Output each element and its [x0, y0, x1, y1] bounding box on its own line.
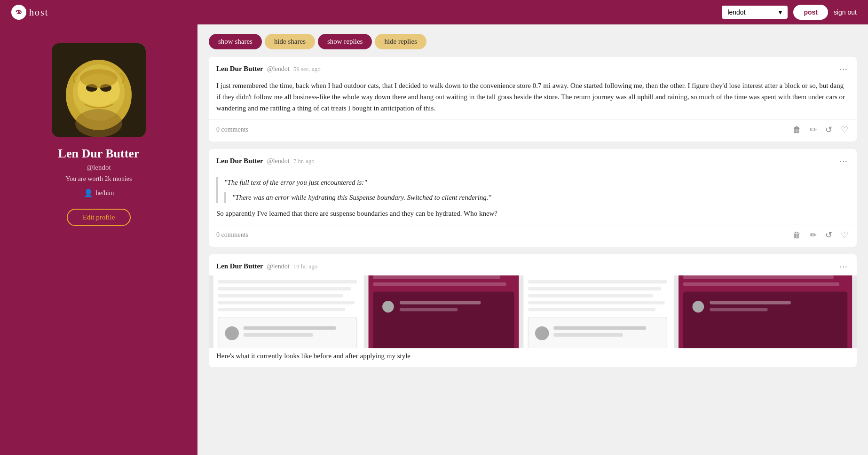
svg-rect-41 [528, 294, 653, 297]
show-shares-button[interactable]: show shares [209, 34, 262, 49]
svg-rect-54 [683, 291, 847, 348]
post-author-name: Len Dur Butter [216, 157, 263, 165]
post-header: Len Dur Butter @lendot 19 hr. ago ··· [209, 254, 857, 275]
monies-text: You are worth 2k monies [66, 175, 132, 183]
svg-rect-32 [400, 301, 481, 304]
post-actions: 🗑 ✏ ↺ ♡ [792, 229, 849, 241]
post-actions: 🗑 ✏ ↺ ♡ [792, 124, 849, 136]
logo: host [11, 5, 48, 20]
more-options-button[interactable]: ··· [837, 261, 849, 272]
like-button[interactable]: ♡ [840, 229, 849, 241]
post-text: So apparently I've learned that there ar… [216, 208, 849, 219]
svg-rect-18 [218, 301, 355, 304]
svg-rect-47 [553, 333, 623, 337]
svg-rect-53 [683, 282, 839, 286]
post-button[interactable]: post [793, 5, 828, 20]
post-card: Len Dur Butter @lendot 19 hr. ago ··· [209, 254, 857, 367]
post-author-name: Len Dur Butter [216, 262, 263, 270]
filter-bar: show shares hide shares show replies hid… [209, 34, 857, 49]
post-card: Len Dur Butter @lendot 7 hr. ago ··· "Th… [209, 149, 857, 247]
post-author-handle: @lendot [267, 157, 290, 165]
user-dropdown-value: lendot [727, 8, 745, 16]
post-header: Len Dur Butter @lendot 59 sec. ago ··· [209, 57, 857, 78]
display-name: Len Dur Butter [58, 147, 140, 161]
svg-rect-43 [528, 308, 655, 311]
svg-point-21 [225, 326, 239, 340]
svg-point-8 [75, 109, 122, 137]
person-icon: 👤 [84, 188, 93, 197]
inner-quote: "There was an error while hydrating this… [224, 192, 849, 203]
like-button[interactable]: ♡ [840, 124, 849, 136]
post-body: I just remembered the time, back when I … [209, 78, 857, 119]
pronouns-badge: 👤 he/him [84, 188, 114, 197]
outer-quote: "The full text of the error you just enc… [216, 177, 849, 203]
svg-rect-39 [528, 280, 667, 283]
logo-text: host [29, 7, 48, 18]
user-handle: @lendot [87, 164, 110, 172]
post-text: I just remembered the time, back when I … [216, 80, 849, 114]
comments-count: 0 comments [216, 126, 248, 133]
sign-out-button[interactable]: sign out [834, 8, 857, 16]
post-footer: 0 comments 🗑 ✏ ↺ ♡ [209, 119, 857, 141]
post-author-info: Len Dur Butter @lendot 19 hr. ago [216, 262, 317, 270]
edit-profile-button[interactable]: Edit profile [67, 209, 131, 226]
post-author-info: Len Dur Butter @lendot 59 sec. ago [216, 65, 321, 73]
share-button[interactable]: ↺ [824, 124, 833, 136]
svg-rect-42 [528, 301, 664, 304]
svg-rect-15 [218, 280, 357, 283]
user-dropdown[interactable]: lendot ▾ [722, 6, 788, 19]
svg-rect-20 [218, 317, 357, 348]
post-text: Here's what it currently looks like befo… [216, 350, 849, 361]
svg-rect-56 [710, 301, 790, 304]
svg-rect-44 [528, 317, 667, 348]
hide-shares-button[interactable]: hide shares [265, 34, 315, 49]
share-button[interactable]: ↺ [824, 229, 833, 241]
svg-rect-57 [710, 308, 767, 311]
svg-point-0 [12, 6, 25, 19]
post-author-info: Len Dur Butter @lendot 7 hr. ago [216, 157, 315, 165]
svg-point-7 [80, 69, 118, 88]
more-options-button[interactable]: ··· [837, 63, 849, 74]
outer-quote-text: "The full text of the error you just enc… [224, 177, 849, 188]
page-layout: Len Dur Butter @lendot You are worth 2k … [0, 24, 868, 455]
svg-rect-30 [373, 291, 514, 348]
delete-button[interactable]: 🗑 [792, 229, 802, 241]
post-image-preview [209, 275, 857, 348]
svg-rect-46 [553, 326, 646, 329]
logo-icon [11, 5, 26, 20]
svg-point-31 [382, 301, 394, 313]
hide-replies-button[interactable]: hide replies [375, 34, 426, 49]
post-time: 7 hr. ago [293, 157, 315, 165]
edit-button[interactable]: ✏ [809, 229, 818, 241]
post-author-name: Len Dur Butter [216, 65, 263, 73]
show-replies-button[interactable]: show replies [318, 34, 372, 49]
svg-rect-52 [683, 275, 834, 279]
post-body: Here's what it currently looks like befo… [209, 348, 857, 367]
more-options-button[interactable]: ··· [837, 156, 849, 166]
svg-rect-17 [218, 294, 343, 297]
post-header: Len Dur Butter @lendot 7 hr. ago ··· [209, 149, 857, 170]
pronouns-text: he/him [96, 189, 114, 197]
main-content: show shares hide shares show replies hid… [197, 24, 868, 455]
header: host lendot ▾ post sign out [0, 0, 868, 24]
svg-rect-23 [244, 333, 313, 337]
edit-button[interactable]: ✏ [809, 124, 818, 136]
svg-rect-33 [400, 308, 458, 311]
delete-button[interactable]: 🗑 [792, 124, 802, 136]
sidebar: Len Dur Butter @lendot You are worth 2k … [0, 24, 197, 455]
post-author-handle: @lendot [267, 263, 290, 270]
avatar [52, 43, 146, 137]
svg-rect-28 [373, 275, 500, 279]
svg-rect-22 [244, 326, 336, 329]
post-body: "The full text of the error you just enc… [209, 170, 857, 225]
post-author-handle: @lendot [267, 65, 290, 73]
svg-rect-40 [528, 287, 661, 290]
post-footer: 0 comments 🗑 ✏ ↺ ♡ [209, 225, 857, 247]
post-card: Len Dur Butter @lendot 59 sec. ago ··· I… [209, 57, 857, 141]
header-right: lendot ▾ post sign out [722, 5, 857, 20]
inner-quote-text: "There was an error while hydrating this… [232, 192, 849, 203]
svg-point-45 [535, 326, 549, 340]
post-time: 59 sec. ago [293, 65, 321, 73]
post-time: 19 hr. ago [293, 263, 318, 270]
svg-rect-29 [373, 282, 506, 286]
